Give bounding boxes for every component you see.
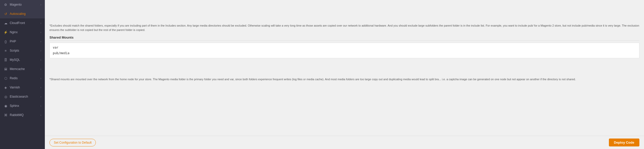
magento-icon: ⚙ [4,3,8,7]
sidebar-item-label-memcache: Memcache [10,67,25,71]
redis-icon: ⬡ [4,76,8,80]
sidebar-item-label-php: PHP [10,40,16,43]
chevron-right-icon: › [40,114,41,117]
sidebar-item-memcache[interactable]: 🏛Memcache› [0,64,45,74]
main-content: *Excludes should match the shared folder… [45,0,644,149]
chevron-right-icon: › [40,77,41,80]
mounts-list: varpub/media [49,43,639,58]
sidebar-item-label-redis: Redis [10,76,18,80]
sidebar-item-varnish[interactable]: ◈Varnish› [0,83,45,92]
sidebar-item-scripts[interactable]: ≡Scripts› [0,46,45,55]
top-spacer [49,3,639,24]
excludes-note: *Excludes should match the shared folder… [49,24,639,32]
mount-item: pub/media [53,51,636,56]
memcache-icon: 🏛 [4,67,8,71]
chevron-right-icon: › [40,31,41,34]
deploy-code-button[interactable]: Deploy Code [609,139,639,146]
scripts-icon: ≡ [4,49,8,53]
sidebar-item-nginx[interactable]: ⚡Nginx› [0,28,45,37]
sidebar-item-label-mysql: MySQL [10,58,20,62]
php-icon: {} [4,39,8,43]
sidebar-item-magento[interactable]: ⚙Magento› [0,0,45,9]
rabbitmq-icon: ⌘ [4,113,8,117]
sidebar-item-sphinx[interactable]: ◉Sphinx› [0,101,45,110]
sidebar-item-autoscaling[interactable]: ↺Autoscaling [0,9,45,18]
chevron-right-icon: › [40,59,41,61]
set-config-default-button[interactable]: Set Configuration to Default [49,139,96,146]
mount-item: var [53,45,636,51]
sidebar-item-label-sphinx: Sphinx [10,104,19,108]
sidebar-item-mysql[interactable]: 🗄MySQL› [0,55,45,64]
sidebar: ⚙Magento›↺Autoscaling☁CloudFront›⚡Nginx›… [0,0,45,149]
chevron-right-icon: › [40,22,41,25]
cloudfront-icon: ☁ [4,21,8,25]
shared-note: *Shared mounts are mounted over the netw… [49,77,639,82]
sidebar-item-redis[interactable]: ⬡Redis› [0,74,45,83]
mid-spacer [49,62,639,77]
chevron-right-icon: › [40,3,41,6]
chevron-right-icon: › [40,86,41,89]
sidebar-item-label-elasticsearch: Elasticsearch [10,95,28,98]
sidebar-item-label-autoscaling: Autoscaling [10,12,26,16]
sidebar-item-rabbitmq[interactable]: ⌘RabbitMQ› [0,110,45,120]
sidebar-item-label-cloudfront: CloudFront [10,21,25,25]
sidebar-item-elasticsearch[interactable]: ◎Elasticsearch› [0,92,45,101]
sidebar-item-label-magento: Magento [10,3,22,6]
varnish-icon: ◈ [4,85,8,89]
chevron-right-icon: › [40,68,41,71]
mysql-icon: 🗄 [4,58,8,62]
sidebar-item-label-varnish: Varnish [10,86,20,89]
chevron-right-icon: › [40,95,41,98]
sidebar-item-cloudfront[interactable]: ☁CloudFront› [0,18,45,28]
sidebar-item-label-nginx: Nginx [10,30,18,34]
autoscaling-icon: ↺ [4,12,8,16]
sphinx-icon: ◉ [4,104,8,108]
shared-mounts-heading: Shared Mounts [49,36,639,41]
content-body: *Excludes should match the shared folder… [45,0,644,136]
chevron-right-icon: › [40,40,41,43]
nginx-icon: ⚡ [4,30,8,34]
sidebar-item-php[interactable]: {}PHP› [0,37,45,46]
elasticsearch-icon: ◎ [4,95,8,99]
chevron-right-icon: › [40,105,41,107]
footer-bar: Set Configuration to Default Deploy Code [45,136,644,149]
sidebar-item-label-rabbitmq: RabbitMQ [10,113,24,117]
chevron-right-icon: › [40,49,41,52]
content-inner: *Excludes should match the shared folder… [45,0,644,88]
sidebar-item-label-scripts: Scripts [10,49,19,52]
